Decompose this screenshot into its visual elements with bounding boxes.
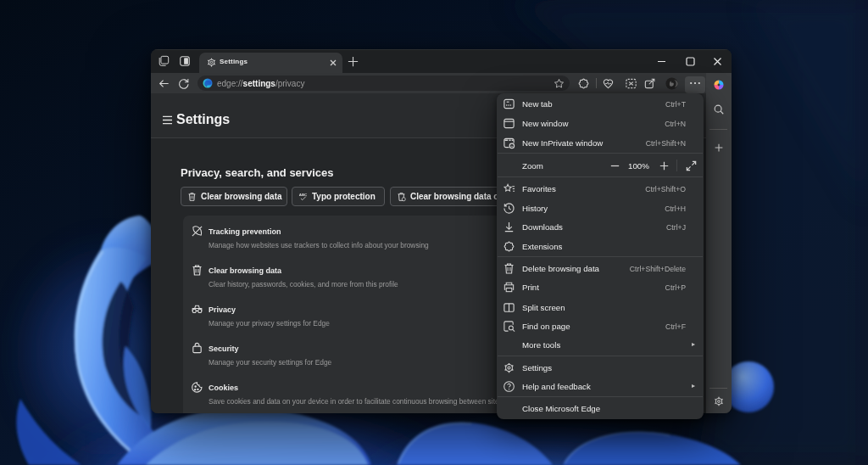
svg-text:ABC: ABC [299,192,308,196]
